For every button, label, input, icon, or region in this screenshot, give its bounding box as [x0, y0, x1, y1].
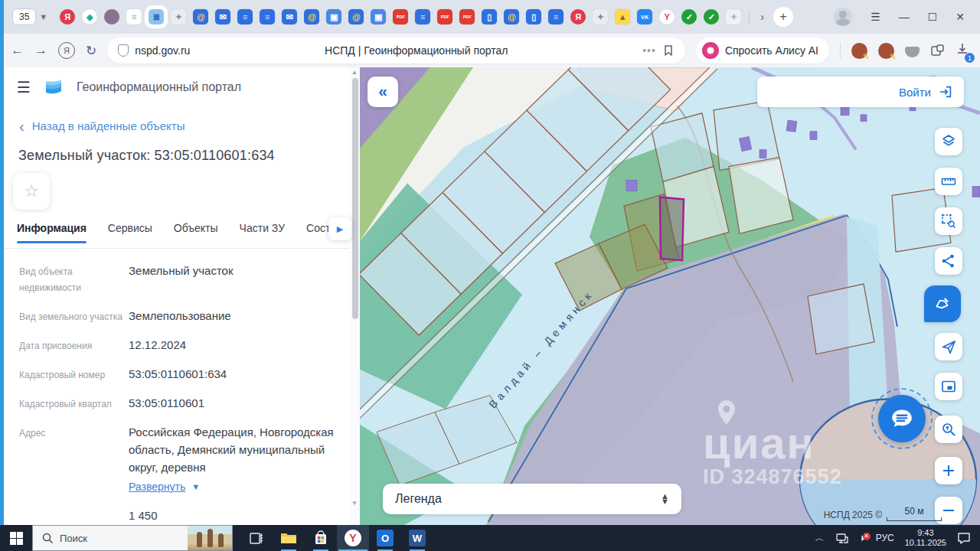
browser-tab[interactable]: ✉ — [282, 9, 297, 24]
start-button[interactable] — [0, 525, 32, 551]
scrollbar-thumb[interactable] — [352, 78, 358, 319]
extension-stamp-icon-2[interactable] — [878, 43, 894, 59]
taskbar-search-box[interactable]: Поиск — [32, 525, 233, 551]
maximize-button[interactable]: ☐ — [928, 11, 938, 22]
legend-bar[interactable]: Легенда ▲▼ — [383, 484, 681, 514]
browser-tab[interactable]: ✓ — [704, 9, 719, 24]
file-explorer-button[interactable] — [273, 525, 305, 551]
bookmark-icon[interactable] — [662, 44, 675, 57]
network-icon[interactable] — [835, 533, 848, 544]
yandex-browser-button[interactable]: Y — [337, 525, 369, 551]
back-to-results-link[interactable]: ‹ Назад в найденные объекты — [19, 119, 185, 132]
browser-tab[interactable]: @ — [193, 9, 208, 24]
tab-parcel-parts[interactable]: Части ЗУ — [240, 222, 285, 243]
refresh-button[interactable]: ↻ — [86, 43, 96, 59]
browser-tab[interactable] — [104, 9, 119, 24]
extension-stamp-icon[interactable] — [851, 43, 867, 59]
more-icon[interactable]: ••• — [642, 44, 656, 57]
browser-tab[interactable]: @ — [348, 9, 364, 24]
mini-map-button[interactable] — [935, 373, 962, 400]
tab-counter-value[interactable]: 35 — [12, 8, 36, 25]
browser-tab[interactable]: ✓ — [681, 9, 697, 24]
browser-tab[interactable]: PDF — [393, 9, 408, 24]
favorite-star-button[interactable]: ☆ — [13, 173, 50, 210]
tab-objects[interactable]: Объекты — [174, 222, 218, 243]
share-button[interactable] — [935, 247, 962, 275]
login-bar[interactable]: Войти — [757, 77, 964, 107]
tabs-scroll-right-button[interactable]: ▶ — [328, 217, 351, 240]
browser-tab[interactable]: PDF — [437, 9, 452, 24]
browser-tab[interactable]: ✦ — [593, 9, 608, 24]
browser-tab[interactable]: ◆ — [82, 9, 97, 24]
collections-icon[interactable] — [905, 47, 920, 57]
tab-information[interactable]: Информация — [17, 222, 87, 243]
locate-button[interactable] — [935, 333, 962, 360]
tray-expand-icon[interactable]: ︿ — [815, 532, 825, 545]
object-search-button[interactable] — [935, 416, 962, 443]
taskbar-clock[interactable]: 9:43 10.11.2025 — [905, 528, 946, 548]
tab-counter[interactable]: 35 ▼ — [12, 8, 47, 25]
browser-tab[interactable]: @ — [304, 9, 319, 24]
close-button[interactable]: ✕ — [956, 11, 965, 22]
task-view-button[interactable] — [240, 525, 273, 551]
browser-tab[interactable]: ≡ — [548, 9, 564, 24]
panel-scrollbar[interactable]: ▲ ▼ — [350, 67, 360, 525]
expand-link[interactable]: Развернуть — [129, 478, 185, 496]
forward-button[interactable]: → — [34, 43, 47, 58]
search-widget-image[interactable] — [188, 526, 232, 550]
scrollbar-up-icon[interactable]: ▲ — [351, 69, 358, 76]
area-search-button[interactable] — [935, 207, 962, 235]
back-button[interactable]: ← — [11, 43, 24, 58]
browser-tab[interactable]: ✉ — [215, 9, 230, 24]
profile-avatar[interactable] — [834, 8, 852, 26]
browser-tab[interactable]: ▯ — [482, 9, 497, 24]
action-center-icon[interactable] — [957, 532, 971, 545]
tab-overflow-arrow-icon[interactable]: › — [760, 11, 764, 23]
browser-tab[interactable]: ≣ — [149, 9, 164, 24]
browser-menu-button[interactable]: ☰ — [871, 11, 880, 22]
login-label[interactable]: Войти — [899, 86, 931, 99]
browser-tab[interactable]: ▣ — [371, 9, 386, 24]
word-button[interactable]: W — [401, 525, 433, 551]
menu-burger-icon[interactable]: ☰ — [17, 78, 31, 96]
security-shield-icon[interactable] — [118, 44, 129, 57]
layers-button[interactable] — [935, 128, 962, 155]
tab-services[interactable]: Сервисы — [108, 222, 152, 243]
browser-tab[interactable]: ✦ — [171, 9, 186, 24]
legend-expand-icon[interactable]: ▲▼ — [661, 494, 669, 504]
new-tab-button[interactable]: + — [773, 7, 793, 27]
map-canvas[interactable]: Валдай – Демянск « Войти — [360, 67, 980, 525]
field-row: Вид земельного участка Землепользование — [19, 307, 341, 325]
browser-tab[interactable]: ≡ — [237, 9, 253, 24]
scrollbar-down-icon[interactable]: ▼ — [351, 500, 358, 507]
browser-tab[interactable]: ▯ — [526, 9, 541, 24]
outlook-button[interactable]: O — [369, 525, 401, 551]
browser-tab[interactable]: ✦ — [726, 9, 741, 24]
browser-tab[interactable]: @ — [504, 9, 519, 24]
browser-tab[interactable]: Я — [570, 9, 586, 24]
browser-tab[interactable]: ≡ — [126, 9, 142, 24]
alice-button[interactable]: Спросить Алису AI — [696, 37, 829, 64]
browser-tab[interactable]: VK — [637, 9, 652, 24]
downloads-button[interactable]: 1 — [956, 42, 969, 59]
url-text[interactable]: nspd.gov.ru — [135, 44, 190, 57]
zoom-in-button[interactable] — [935, 457, 962, 484]
chat-feedback-button[interactable] — [878, 395, 926, 442]
browser-tab[interactable]: Я — [60, 9, 75, 24]
side-panel-icon[interactable] — [930, 44, 945, 58]
browser-tab[interactable]: Y — [659, 9, 675, 24]
browser-tab[interactable]: ≡ — [415, 9, 430, 24]
address-field[interactable]: nspd.gov.ru НСПД | Геоинформационный пор… — [107, 37, 685, 64]
minimize-button[interactable]: — — [899, 11, 910, 22]
yandex-services-icon[interactable]: Я — [58, 42, 75, 59]
volume-muted-icon[interactable]: 🕨✕ — [859, 532, 865, 544]
browser-tab[interactable]: ▣ — [326, 9, 341, 24]
browser-tab[interactable]: ▲ — [615, 9, 630, 24]
browser-tab[interactable]: ≡ — [260, 9, 275, 24]
panel-collapse-button[interactable]: « — [368, 77, 398, 107]
language-indicator[interactable]: РУС — [876, 533, 894, 543]
measure-button[interactable] — [935, 168, 962, 195]
draw-tool-button-active[interactable] — [924, 285, 961, 322]
ms-store-button[interactable] — [305, 525, 337, 551]
browser-tab[interactable]: PDF — [459, 9, 475, 24]
